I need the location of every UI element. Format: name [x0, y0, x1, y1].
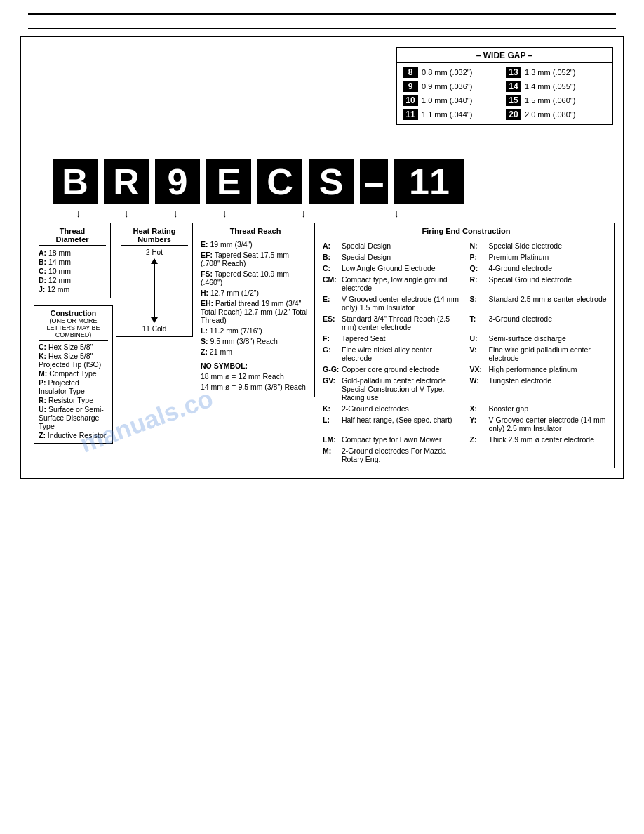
gap-value: 1.5 mm (.060") [525, 96, 575, 105]
arrow-b: ↓ [55, 207, 102, 220]
gap-number: 11 [403, 109, 418, 120]
firing-item-T: T: 3-Ground electrode [470, 315, 610, 331]
gap-entry-14: 141.4 mm (.055") [506, 80, 606, 93]
firing-item-Y: Y: V-Grooved center electrode (14 mm onl… [470, 416, 610, 432]
heat-rating-title: Heat RatingNumbers [121, 227, 188, 246]
top-lines [0, 0, 644, 29]
thread-diameter-item: A: 18 mm [39, 249, 106, 257]
gap-entry-15: 151.5 mm (.060") [506, 94, 606, 107]
firing-item-GV: GV: Gold-palladium center electrode Spec… [323, 376, 463, 402]
left-sections: ThreadDiameter A: 18 mmB: 14 mmC: 10 mmD… [34, 223, 113, 444]
thread-reach-item: S: 9.5 mm (3/8") Reach [201, 337, 310, 345]
thread-diameter-box: ThreadDiameter A: 18 mmB: 14 mmC: 10 mmD… [34, 223, 111, 298]
firing-item-L: L: Half heat range, (See spec. chart) [323, 416, 463, 432]
part-char-4: C [257, 159, 302, 204]
part-char-0: B [53, 159, 98, 204]
gap-value: 2.0 mm (.080") [525, 110, 575, 119]
construction-item: K: Hex Size 5/8" Projected Tip (ISO) [39, 352, 108, 369]
thread-reach-item: L: 11.2 mm (7/16") [201, 326, 310, 335]
gap-number: 13 [506, 67, 521, 78]
gap-entry-13: 131.3 mm (.052") [506, 66, 606, 79]
firing-item-C: C: Low Angle Ground Electrode [323, 264, 463, 272]
construction-item: M: Compact Type [39, 369, 108, 378]
construction-item: C: Hex Size 5/8" [39, 343, 108, 351]
firing-item-X: X: Booster gap [470, 404, 610, 413]
arrow-shaft [154, 259, 155, 322]
gap-value: 1.0 mm (.040") [422, 96, 472, 105]
firing-item-Q: Q: 4-Ground electrode [470, 264, 610, 272]
arrow-down-head [151, 317, 158, 323]
thread-reach-item: EH: Partial thread 19 mm (3/4" Total Rea… [201, 299, 310, 324]
firing-item-S: S: Standard 2.5 mm ø center electrode [470, 295, 610, 312]
wide-gap-title: – WIDE GAP – [397, 48, 612, 63]
firing-item-U: U: Semi-surface discharge [470, 334, 610, 343]
construction-item: P: Projected Insulator Type [39, 378, 108, 395]
gap-value: 1.1 mm (.044") [422, 110, 472, 119]
arrow-up-head [151, 258, 158, 264]
arrow-9: ↓ [151, 207, 200, 220]
part-char-1: R [104, 159, 149, 204]
part-number-arrows: ↓ ↓ ↓ ↓ ↓ ↓ [55, 207, 615, 220]
construction-item: R: Resistor Type [39, 396, 108, 404]
thread-reach-item: E: 19 mm (3/4") [201, 240, 310, 249]
hot-label: 2 Hot [121, 249, 188, 256]
firing-item-F: F: Tapered Seat [323, 334, 463, 343]
firing-end-box: Firing End Construction A: Special Desig… [318, 223, 615, 468]
heat-arrow-container [121, 259, 188, 322]
thread-reach-title: Thread Reach [201, 227, 310, 237]
construction-items: C: Hex Size 5/8"K: Hex Size 5/8" Project… [39, 343, 108, 439]
gap-entry-11: 111.1 mm (.044") [403, 108, 503, 121]
gap-entry-10: 101.0 mm (.040") [403, 94, 503, 107]
second-thin-rule [28, 28, 616, 29]
firing-item-N: N: Special Side electrode [470, 241, 610, 250]
firing-item-LM: LM: Compact type for Lawn Mower [323, 435, 463, 444]
thread-reach-item: NO SYMBOL: [201, 362, 310, 370]
firing-item-VX: VX: High performance platinum [470, 365, 610, 373]
gap-value: 0.9 mm (.036") [422, 82, 472, 91]
top-thick-rule [28, 13, 616, 15]
thread-reach-item: EF: Tapered Seat 17.5 mm (.708" Reach) [201, 251, 310, 267]
gap-number: 20 [506, 109, 521, 120]
gap-value: 0.8 mm (.032") [422, 68, 472, 77]
firing-item-G: G: Fine wire nickel alloy center electro… [323, 345, 463, 362]
firing-item-ES: ES: Standard 3/4" Thread Reach (2.5 mm) … [323, 315, 463, 331]
gap-number: 9 [403, 81, 418, 92]
construction-box: Construction (ONE OR MORE LETTERS MAY BE… [34, 305, 113, 444]
gap-number: 8 [403, 67, 418, 78]
gap-entry-8: 80.8 mm (.032") [403, 66, 503, 79]
arrow-e: ↓ [200, 207, 249, 220]
thread-diameter-title: ThreadDiameter [39, 227, 106, 246]
heat-rating-box: Heat RatingNumbers 2 Hot 11 Cold [116, 223, 193, 337]
construction-item: U: Surface or Semi-Surface Discharge Typ… [39, 405, 108, 430]
thread-diameter-item: C: 10 mm [39, 267, 106, 275]
arrow-r: ↓ [102, 207, 151, 220]
part-char-5: S [309, 159, 354, 204]
firing-item-B: B: Special Design [323, 253, 463, 261]
thread-diameter-item: J: 12 mm [39, 285, 106, 293]
firing-item-V: V: Fine wire gold palladium center elect… [470, 345, 610, 362]
gap-number: 15 [506, 95, 521, 106]
gap-value: 1.4 mm (.055") [525, 82, 575, 91]
main-diagram-container: – WIDE GAP – 80.8 mm (.032")131.3 mm (.0… [20, 36, 624, 479]
thread-diameter-items: A: 18 mmB: 14 mmC: 10 mmD: 12 mmJ: 12 mm [39, 249, 106, 293]
arrow-cs: ↓ [249, 207, 358, 220]
gap-entry-20: 202.0 mm (.080") [506, 108, 606, 121]
gap-value: 1.3 mm (.052") [525, 68, 575, 77]
firing-item-R: R: Special Ground electrode [470, 275, 610, 292]
thread-reach-item: H: 12.7 mm (1/2") [201, 289, 310, 297]
construction-item: Z: Inductive Resistor [39, 431, 108, 439]
part-char-2: 9 [155, 159, 200, 204]
firing-item-CM: CM: Compact type, low angle ground elect… [323, 275, 463, 292]
part-char-3: E [206, 159, 251, 204]
construction-title: Construction [39, 309, 108, 317]
thread-diameter-item: D: 12 mm [39, 276, 106, 284]
firing-item-E: E: V-Grooved center electrode (14 mm onl… [323, 295, 463, 312]
thread-reach-box: Thread Reach E: 19 mm (3/4")EF: Tapered … [196, 223, 315, 397]
gap-number: 10 [403, 95, 418, 106]
thread-diameter-item: B: 14 mm [39, 258, 106, 266]
gap-entry-9: 90.9 mm (.036") [403, 80, 503, 93]
firing-end-items: A: Special DesignN: Special Side electro… [323, 240, 610, 464]
part-char-6: – [360, 159, 388, 204]
top-thin-rule [28, 22, 616, 22]
wide-gap-box: – WIDE GAP – 80.8 mm (.032")131.3 mm (.0… [396, 47, 613, 125]
